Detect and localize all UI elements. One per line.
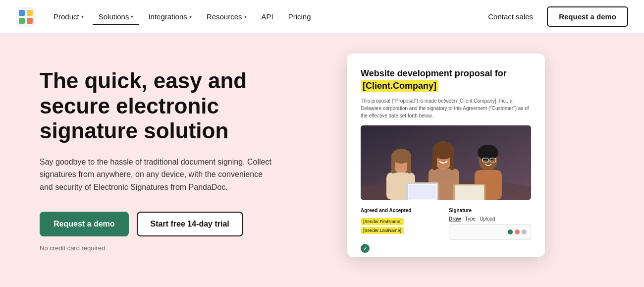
sig-dot-green bbox=[508, 230, 513, 234]
svg-rect-17 bbox=[450, 150, 454, 170]
hero-content: The quick, easy and secure electronic si… bbox=[40, 63, 317, 252]
agreed-label: Agreed and Accepted bbox=[361, 208, 443, 213]
sender-lastname-tag: [Sender.LastName] bbox=[361, 227, 404, 234]
signature-box[interactable] bbox=[449, 224, 531, 240]
doc-card: Website development proposal for [Client… bbox=[347, 54, 545, 257]
nav-pricing[interactable]: Pricing bbox=[282, 8, 317, 25]
hero-title: The quick, easy and secure electronic si… bbox=[40, 68, 317, 144]
nav-links: Product ▾ Solutions ▾ Integrations ▾ Res… bbox=[48, 8, 482, 25]
checkmark-icon: ✓ bbox=[361, 244, 370, 253]
svg-rect-1 bbox=[19, 10, 25, 16]
nav-right: Contact sales Request a demo bbox=[482, 6, 628, 27]
start-trial-button[interactable]: Start free 14-day trial bbox=[137, 212, 243, 236]
logo[interactable] bbox=[16, 7, 36, 27]
doc-highlight: [Client.Company] bbox=[361, 80, 438, 92]
request-demo-hero-button[interactable]: Request a demo bbox=[40, 212, 129, 236]
sig-dots bbox=[508, 230, 527, 234]
sender-firstname-tag: [Sender.FirstName] bbox=[361, 218, 404, 225]
nav-resources[interactable]: Resources ▾ bbox=[201, 8, 253, 25]
nav-api[interactable]: API bbox=[256, 8, 279, 25]
sig-upload[interactable]: Upload bbox=[480, 216, 495, 222]
check-area: ✓ bbox=[361, 244, 531, 257]
hero-subtitle: Say goodbye to the hassle of traditional… bbox=[40, 156, 277, 194]
nav-product[interactable]: Product ▾ bbox=[48, 8, 90, 25]
signature-options: Draw Type Upload bbox=[449, 216, 531, 222]
nav-solutions[interactable]: Solutions ▾ bbox=[93, 8, 140, 25]
svg-rect-2 bbox=[27, 10, 33, 16]
svg-rect-28 bbox=[455, 185, 484, 200]
sig-draw[interactable]: Draw bbox=[449, 216, 461, 222]
no-credit-card-text: No credit card required bbox=[40, 244, 317, 252]
doc-body: This proposal ("Proposal") is made betwe… bbox=[361, 97, 531, 119]
doc-image bbox=[361, 125, 531, 200]
doc-footer: Agreed and Accepted [Sender.FirstName] [… bbox=[361, 208, 531, 248]
svg-rect-16 bbox=[432, 150, 437, 170]
document-preview: Website development proposal for [Client… bbox=[347, 54, 555, 257]
chevron-down-icon: ▾ bbox=[81, 14, 84, 19]
svg-rect-4 bbox=[27, 18, 33, 24]
hero-section: The quick, easy and secure electronic si… bbox=[0, 34, 644, 287]
signature-section: Signature Draw Type Upload bbox=[449, 208, 531, 240]
sender-tags: [Sender.FirstName] [Sender.LastName] bbox=[361, 216, 443, 234]
svg-rect-11 bbox=[391, 156, 395, 173]
agreed-section: Agreed and Accepted [Sender.FirstName] [… bbox=[361, 208, 443, 240]
svg-rect-0 bbox=[16, 7, 36, 27]
sig-type[interactable]: Type bbox=[465, 216, 476, 222]
svg-rect-26 bbox=[409, 185, 436, 199]
sig-dot-red bbox=[515, 230, 520, 234]
chevron-down-icon: ▾ bbox=[131, 14, 133, 19]
svg-rect-12 bbox=[407, 156, 411, 173]
hero-buttons: Request a demo Start free 14-day trial bbox=[40, 212, 317, 236]
chevron-down-icon: ▾ bbox=[189, 14, 192, 19]
nav-integrations[interactable]: Integrations ▾ bbox=[142, 8, 197, 25]
chevron-down-icon: ▾ bbox=[244, 14, 247, 19]
doc-title: Website development proposal for [Client… bbox=[361, 67, 531, 92]
request-demo-nav-button[interactable]: Request a demo bbox=[547, 6, 628, 27]
svg-rect-3 bbox=[19, 18, 25, 24]
sig-dot-gray bbox=[522, 230, 527, 234]
contact-sales-link[interactable]: Contact sales bbox=[482, 8, 539, 25]
signature-label: Signature bbox=[449, 208, 531, 213]
navbar: Product ▾ Solutions ▾ Integrations ▾ Res… bbox=[0, 0, 644, 34]
